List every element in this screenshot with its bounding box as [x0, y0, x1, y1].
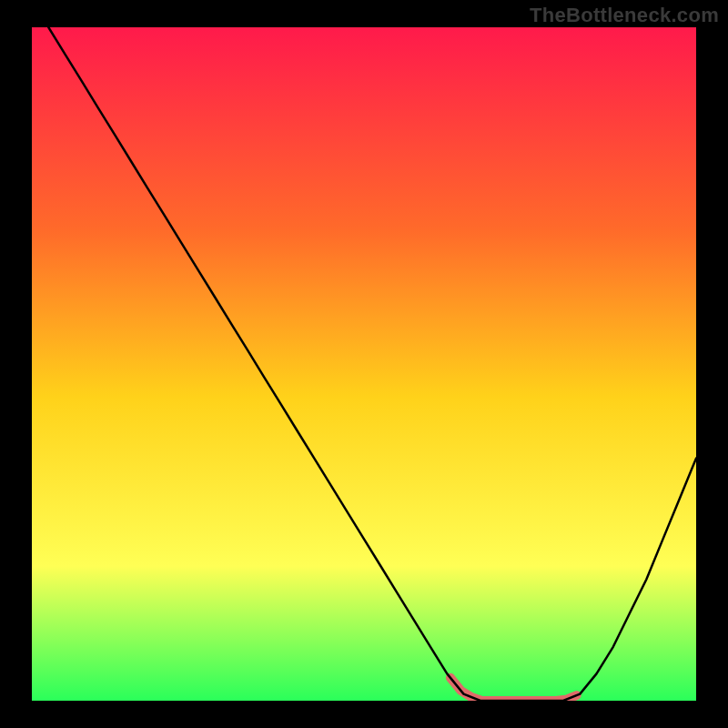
gradient-background	[32, 27, 696, 701]
bottleneck-chart	[32, 27, 696, 701]
chart-frame: TheBottleneck.com	[0, 0, 728, 728]
plot-area	[32, 27, 696, 701]
watermark-text: TheBottleneck.com	[530, 4, 719, 27]
